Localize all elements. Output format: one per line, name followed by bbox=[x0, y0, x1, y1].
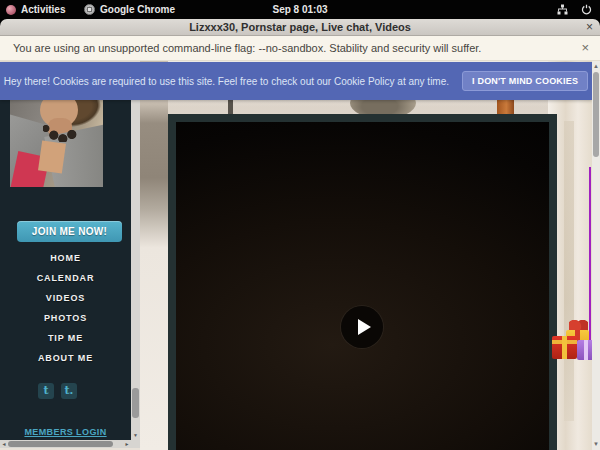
sidebar-nav: HOME CALENDAR VIDEOS PHOTOS TIP ME ABOUT… bbox=[0, 248, 131, 368]
system-top-bar: Activities Google Chrome Sep 8 01:03 bbox=[0, 0, 600, 19]
scroll-down-icon[interactable]: ▼ bbox=[131, 431, 140, 440]
chrome-icon bbox=[84, 4, 95, 15]
desktop-screen: Activities Google Chrome Sep 8 01:03 Liz… bbox=[0, 0, 600, 450]
sidebar-item-calendar[interactable]: CALENDAR bbox=[0, 268, 131, 288]
sidebar-item-tip-me[interactable]: TIP ME bbox=[0, 328, 131, 348]
window-title: Lizxxx30, Pornstar page, Live chat, Vide… bbox=[0, 19, 600, 35]
scroll-down-icon[interactable]: ▼ bbox=[592, 440, 600, 449]
profile-photo bbox=[10, 100, 103, 187]
play-icon bbox=[358, 319, 371, 335]
warning-message: You are using an unsupported command-lin… bbox=[13, 36, 481, 60]
members-login-link[interactable]: MEMBERS LOGIN bbox=[0, 427, 131, 437]
window-title-bar[interactable]: Lizxxx30, Pornstar page, Live chat, Vide… bbox=[0, 19, 600, 36]
activities-button[interactable]: Activities bbox=[6, 0, 65, 19]
warning-close-icon[interactable]: × bbox=[581, 36, 589, 60]
scroll-up-icon[interactable]: ▲ bbox=[592, 62, 600, 71]
focused-app-menu[interactable]: Google Chrome bbox=[84, 0, 175, 19]
network-icon[interactable] bbox=[557, 4, 568, 15]
sidebar-item-photos[interactable]: PHOTOS bbox=[0, 308, 131, 328]
social-links: t t. bbox=[0, 383, 131, 400]
twitter-icon[interactable]: t. bbox=[61, 383, 77, 399]
cookie-banner: Hey there! Cookies are required to use t… bbox=[0, 62, 592, 100]
sidebar-hscroll-thumb[interactable] bbox=[8, 441, 113, 447]
page-scroll-thumb[interactable] bbox=[593, 72, 599, 157]
activities-label: Activities bbox=[21, 4, 65, 15]
bed-furniture-shape bbox=[140, 61, 168, 450]
profile-sidebar: JOIN ME NOW! HOME CALENDAR VIDEOS PHOTOS… bbox=[0, 100, 140, 448]
power-icon[interactable] bbox=[581, 4, 592, 15]
sidebar-item-about-me[interactable]: ABOUT ME bbox=[0, 348, 131, 368]
video-player[interactable] bbox=[168, 114, 557, 450]
sidebar-vscroll-thumb[interactable] bbox=[132, 388, 139, 418]
cookie-message: Hey there! Cookies are required to use t… bbox=[4, 76, 449, 87]
play-button[interactable] bbox=[341, 306, 383, 348]
tip-gifts[interactable] bbox=[550, 320, 598, 365]
window-close-icon[interactable]: × bbox=[586, 19, 593, 35]
sidebar-item-home[interactable]: HOME bbox=[0, 248, 131, 268]
join-me-now-button[interactable]: JOIN ME NOW! bbox=[17, 221, 122, 242]
twitter-icon[interactable]: t bbox=[38, 383, 54, 399]
distro-logo-icon bbox=[6, 5, 16, 15]
door-panel-shape bbox=[564, 121, 574, 421]
gift-red-icon bbox=[552, 336, 577, 359]
scroll-left-icon[interactable]: ◄ bbox=[0, 440, 8, 448]
page-vertical-scrollbar[interactable]: ▲ ▼ bbox=[592, 61, 600, 450]
web-page: Hey there! Cookies are required to use t… bbox=[0, 61, 600, 450]
video-frame bbox=[176, 122, 549, 450]
sidebar-item-videos[interactable]: VIDEOS bbox=[0, 288, 131, 308]
sidebar-horizontal-scrollbar[interactable]: ◄ ► bbox=[0, 440, 140, 448]
focused-app-label: Google Chrome bbox=[100, 4, 175, 15]
cookie-accept-button[interactable]: I DON'T MIND COOKIES bbox=[462, 71, 588, 91]
sidebar-vertical-scrollbar[interactable]: ▼ bbox=[131, 100, 140, 440]
scroll-right-icon[interactable]: ► bbox=[123, 440, 131, 448]
chrome-warning-infobar: You are using an unsupported command-lin… bbox=[0, 36, 600, 61]
